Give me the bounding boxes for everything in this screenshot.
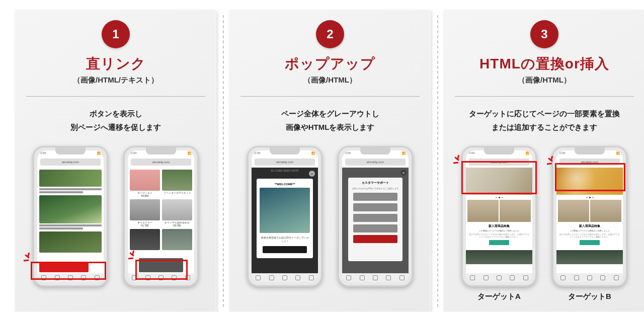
panel-popup: 2 ポップアップ （画像/HTML） ページ全体をグレーアウトし 画像やHTML… <box>229 10 431 312</box>
popup-cta-mock <box>263 246 307 253</box>
column-separator <box>431 10 444 312</box>
panel-title: ポップアップ <box>235 54 425 73</box>
divider <box>455 96 634 97</box>
floating-card-mock <box>139 258 183 272</box>
panel-desc: ページ全体をグレーアウトし 画像やHTMLを表示します <box>235 107 425 134</box>
close-icon: × <box>400 170 407 176</box>
panel-subtitle: （画像/HTML） <box>450 75 639 85</box>
phone-mockup: 0:00📶 abcdefg.com ローズソルト¥3,960 ラベンダーポプリセ… <box>123 146 199 287</box>
panel-title: 直リンク <box>21 54 210 73</box>
feature-comparison-stage: 1 直リンク （画像/HTML/テキスト） ボタンを表示し 別ページへ遷移を促し… <box>0 0 644 312</box>
url-bar: abcdefg.com <box>559 159 620 166</box>
panel-desc: ターゲットに応じてページの一部要素を置換 または追加することができます <box>450 107 639 134</box>
phone-pair: 0:00📶 abcdefg.com <box>21 146 210 287</box>
phone-mockup: 0:00📶 abcdefg.com 新入荷商品特集 この季節にぴったりな商品をご… <box>552 146 627 301</box>
phone-mockup: 0:00📶 abcdefg.com 新入荷商品特集 この季節にぴったりな商品をご… <box>461 146 537 301</box>
url-bar: abcdefg.com <box>40 159 101 166</box>
panel-title: HTMLの置換or挿入 <box>450 54 639 73</box>
url-bar: abcdefg.com <box>469 159 529 166</box>
desc-line: ボタンを表示し <box>21 107 210 120</box>
target-label-a: ターゲットA <box>461 292 537 301</box>
popup-card: カスタマーサポート お探しのものをお手伝いできるようにご案内します <box>348 178 403 261</box>
step-badge-3: 3 <box>530 20 558 48</box>
divider <box>240 96 420 97</box>
panel-subtitle: （画像/HTML/テキスト） <box>21 75 210 85</box>
column-separator <box>216 10 229 312</box>
panel-html-replace: 3 HTMLの置換or挿入 （画像/HTML） ターゲットに応じてページの一部要… <box>444 10 644 312</box>
close-icon: × <box>309 171 315 177</box>
panel-desc: ボタンを表示し 別ページへ遷移を促します <box>21 107 210 134</box>
phone-pair: 0:00📶 abcdefg.com EC-CUBE DEMO SHOP × **… <box>235 146 425 287</box>
url-bar: abcdefg.com <box>255 159 315 166</box>
desc-line: 画像やHTMLを表示します <box>235 120 425 134</box>
cta-button-mock <box>39 262 89 272</box>
desc-line: 別ページへ遷移を促します <box>21 120 210 134</box>
phone-mockup: 0:00📶 abcdefg.com × カスタマーサポート お探しのものをお手伝… <box>338 146 413 287</box>
phone-pair: 0:00📶 abcdefg.com 新入荷商品特集 この季節にぴったりな商品をご… <box>450 146 639 301</box>
url-bar: abcdefg.com <box>345 159 406 166</box>
panel-subtitle: （画像/HTML） <box>235 75 425 85</box>
popup-card: **WELCOME** 新規会員登録でお得な割引クーポンプレゼント！ <box>257 179 313 258</box>
step-badge-2: 2 <box>316 20 344 48</box>
divider <box>26 96 205 97</box>
step-badge-1: 1 <box>102 20 130 48</box>
desc-line: ページ全体をグレーアウトし <box>235 107 425 120</box>
phone-mockup: 0:00📶 abcdefg.com EC-CUBE DEMO SHOP × **… <box>247 146 323 287</box>
url-bar: abcdefg.com <box>131 159 191 166</box>
phone-mockup: 0:00📶 abcdefg.com <box>33 146 108 287</box>
desc-line: ターゲットに応じてページの一部要素を置換 <box>450 107 639 120</box>
desc-line: または追加することができます <box>450 120 639 134</box>
popup-cta-mock <box>353 235 397 243</box>
target-label-b: ターゲットB <box>552 292 627 301</box>
panel-direct-link: 1 直リンク （画像/HTML/テキスト） ボタンを表示し 別ページへ遷移を促し… <box>15 10 216 312</box>
